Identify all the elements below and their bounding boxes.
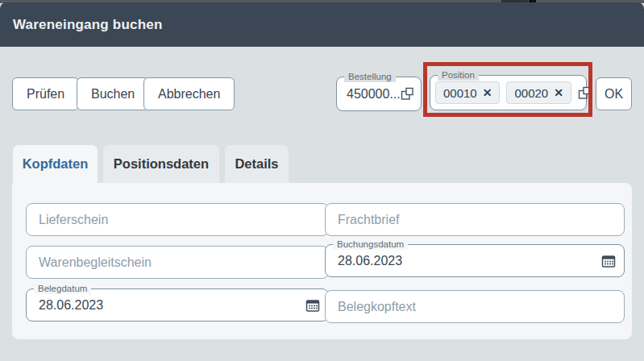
position-value-help-icon[interactable] <box>578 86 592 100</box>
position-token-00020[interactable]: 00020 ✕ <box>506 81 571 104</box>
warenbegleitschein-input[interactable] <box>27 247 328 278</box>
tab-details[interactable]: Details <box>225 145 289 183</box>
bestellung-value-help-icon[interactable] <box>401 87 414 101</box>
belegdatum-label: Belegdatum <box>34 283 91 294</box>
pruefen-button[interactable]: Prüfen <box>12 77 79 110</box>
buchungsdatum-label: Buchungsdatum <box>333 239 408 250</box>
tab-kopfdaten[interactable]: Kopfdaten <box>13 145 98 183</box>
buchungsdatum-value[interactable]: 28.06.2023 <box>326 254 601 268</box>
position-token-00010[interactable]: 00010 ✕ <box>435 81 500 104</box>
bestellung-label: Bestellung <box>344 71 396 82</box>
ok-button[interactable]: OK <box>596 77 632 110</box>
position-token-00020-remove-icon[interactable]: ✕ <box>554 87 563 98</box>
kopfdaten-panel: Buchungsdatum 28.06.2023 Belegdatum 28.0… <box>12 183 632 339</box>
position-field[interactable]: Position 00010 ✕ 00020 ✕ <box>430 75 587 110</box>
tab-positionsdaten[interactable]: Positionsdaten <box>103 145 219 183</box>
goods-receipt-dialog: Wareneingang buchen Prüfen Buchen Abbrec… <box>0 0 644 361</box>
abbrechen-button[interactable]: Abbrechen <box>143 77 235 110</box>
position-token-00020-text: 00020 <box>514 86 548 100</box>
buchen-button[interactable]: Buchen <box>77 77 149 110</box>
bestellung-value[interactable]: 450000... <box>347 87 401 102</box>
belegkopftext-input[interactable] <box>326 291 624 322</box>
buchungsdatum-calendar-icon[interactable] <box>601 254 616 268</box>
position-label: Position <box>438 69 479 81</box>
frachtbrief-field[interactable] <box>325 203 625 236</box>
dialog-titlebar: Wareneingang buchen <box>0 2 644 47</box>
belegdatum-field[interactable]: Belegdatum 28.06.2023 <box>26 288 329 322</box>
lieferschein-field[interactable] <box>26 203 329 236</box>
position-token-00010-remove-icon[interactable]: ✕ <box>483 87 492 98</box>
position-token-00010-text: 00010 <box>443 86 477 100</box>
belegdatum-calendar-icon[interactable] <box>305 298 320 313</box>
belegkopftext-field[interactable] <box>325 290 625 323</box>
dialog-title: Wareneingang buchen <box>13 17 162 33</box>
buchungsdatum-field[interactable]: Buchungsdatum 28.06.2023 <box>325 244 625 277</box>
belegdatum-value[interactable]: 28.06.2023 <box>27 298 305 313</box>
frachtbrief-input[interactable] <box>326 204 624 235</box>
lieferschein-input[interactable] <box>27 204 328 235</box>
bestellung-field[interactable]: Bestellung 450000... <box>336 77 422 111</box>
warenbegleitschein-field[interactable] <box>26 246 329 279</box>
